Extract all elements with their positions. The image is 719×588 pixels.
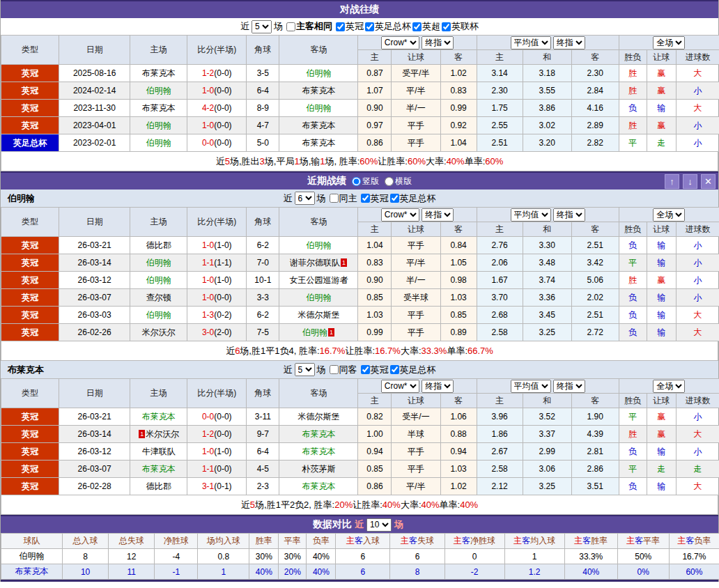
- scroll-up-icon[interactable]: ↑: [665, 174, 679, 189]
- league-checkbox[interactable]: [361, 194, 370, 203]
- odds-final-select[interactable]: 终指: [422, 36, 454, 49]
- league-filter[interactable]: 英冠: [360, 192, 389, 205]
- col-odds-away: 客: [440, 394, 477, 408]
- close-icon[interactable]: ✕: [701, 174, 716, 189]
- halftime-score: (0-2): [214, 310, 231, 320]
- avg-provider-select[interactable]: 平均值: [511, 380, 551, 393]
- avg-away: 3.51: [571, 478, 619, 495]
- away-team-name: 伯明翰: [306, 240, 331, 250]
- away-team: 米德尔斯堡: [279, 408, 358, 426]
- league-filter[interactable]: 英足总杯: [389, 364, 436, 376]
- result-handicap: 赢: [647, 117, 676, 134]
- odds-away: 0.89: [440, 324, 477, 341]
- compare-matches-count-select[interactable]: 10: [366, 518, 392, 532]
- same-away-filter[interactable]: 同客: [328, 364, 357, 376]
- col-corner: 角球: [247, 208, 279, 237]
- col-away: 客场: [279, 36, 358, 65]
- col-home: 主场: [130, 379, 187, 408]
- h2h-matches-count-select[interactable]: 5: [252, 20, 272, 33]
- league-checkbox[interactable]: [361, 365, 370, 374]
- league-checkbox[interactable]: [365, 22, 374, 31]
- summary-segment: 让胜率:: [345, 345, 375, 357]
- summary-segment: 场,平局: [265, 155, 295, 168]
- col-date: 日期: [59, 208, 130, 237]
- league-label: 英冠: [371, 192, 389, 205]
- avg-draw: 3.45: [523, 307, 571, 324]
- suffix: 净胜球: [470, 536, 495, 546]
- scope-select[interactable]: 全场: [653, 208, 685, 222]
- odds-away: 0.94: [440, 443, 477, 461]
- horizontal-radio[interactable]: [385, 177, 394, 186]
- odds-provider-select[interactable]: Crow*: [381, 36, 419, 49]
- win-rate: 30%: [249, 549, 279, 564]
- avg-final-select[interactable]: 终指: [553, 380, 585, 393]
- league-filter[interactable]: 英足总杯: [389, 192, 436, 205]
- score-cell: 1-0(0-0): [187, 117, 247, 134]
- avg-final-select[interactable]: 终指: [553, 208, 585, 222]
- vertical-radio[interactable]: [352, 177, 361, 186]
- odds-home: 0.90: [358, 100, 392, 117]
- league-badge: 英冠: [1, 289, 59, 307]
- odds-provider-select[interactable]: Crow*: [381, 208, 419, 222]
- scope-select[interactable]: 全场: [653, 36, 685, 49]
- league-checkbox[interactable]: [442, 22, 451, 31]
- league-checkbox[interactable]: [412, 22, 422, 31]
- same-venue-filter[interactable]: 主客相同: [285, 20, 332, 33]
- avg-home: 2.67: [477, 443, 523, 461]
- odds-handicap: 平/半: [392, 478, 440, 495]
- layout-vertical-option[interactable]: 竖版: [352, 176, 379, 187]
- corners: 6-2: [247, 307, 279, 324]
- birmingham-matches-count-select[interactable]: 6: [295, 192, 315, 205]
- corners: 4-5: [247, 461, 279, 478]
- odds-final-select[interactable]: 终指: [422, 208, 454, 222]
- league-filter[interactable]: 英足总杯: [364, 20, 411, 33]
- col-goals: 进球数: [676, 50, 719, 65]
- corners: 5-0: [247, 134, 279, 152]
- same-home-filter[interactable]: 同主: [328, 192, 357, 205]
- result-handicap: 输: [647, 100, 676, 117]
- home-char: 主: [454, 536, 462, 546]
- avg-group-header: 平均值 终指: [477, 36, 619, 50]
- league-filter[interactable]: 英冠: [334, 20, 364, 33]
- goal-diff: -4: [155, 549, 198, 564]
- away-team: 伯明翰: [279, 65, 358, 82]
- summary-segment: 40%: [460, 500, 478, 510]
- odds-away: 0.98: [440, 272, 477, 289]
- league-checkbox[interactable]: [390, 194, 399, 203]
- avg-away: 5.06: [571, 272, 619, 289]
- home-team-name: 布莱克本: [142, 68, 176, 78]
- same-home-checkbox[interactable]: [330, 194, 339, 203]
- halftime-score: (0-0): [214, 412, 231, 421]
- avg-away: 2.72: [571, 324, 619, 341]
- fulltime-score: 0-0: [202, 138, 214, 148]
- blackburn-matches-count-select[interactable]: 5: [295, 363, 315, 376]
- league-filter[interactable]: 英联杯: [440, 20, 479, 33]
- avg-provider-select[interactable]: 平均值: [511, 208, 551, 222]
- match-date: 26-02-28: [59, 478, 130, 495]
- league-filter[interactable]: 英冠: [360, 364, 389, 376]
- odds-home: 1.03: [358, 307, 392, 324]
- match-date: 26-03-07: [59, 461, 130, 478]
- odds-provider-select[interactable]: Crow*: [381, 380, 419, 393]
- suffix: 平率: [643, 536, 660, 546]
- layout-horizontal-option[interactable]: 横版: [385, 176, 412, 187]
- avg-away: 2.30: [571, 65, 619, 82]
- odds-final-select[interactable]: 终指: [422, 380, 454, 393]
- summary-segment: 16.7%: [375, 346, 401, 356]
- avg-final-select[interactable]: 终指: [553, 36, 585, 49]
- away-team: 布莱克本: [279, 443, 358, 461]
- same-away-checkbox[interactable]: [330, 365, 339, 374]
- scope-select[interactable]: 全场: [653, 380, 685, 393]
- home-team-name: 德比郡: [146, 240, 171, 250]
- col-avg-home: 主: [477, 50, 523, 65]
- away-char: 客: [635, 536, 643, 546]
- odds-away: 1.03: [440, 461, 477, 478]
- avg-provider-select[interactable]: 平均值: [511, 36, 551, 49]
- league-checkbox[interactable]: [390, 365, 399, 374]
- same-venue-checkbox[interactable]: [286, 22, 295, 31]
- matches-unit-label: 场: [317, 364, 326, 376]
- scroll-down-icon[interactable]: ↓: [683, 174, 697, 189]
- avg-away: 3.42: [571, 254, 619, 272]
- league-checkbox[interactable]: [336, 22, 345, 31]
- league-filter[interactable]: 英超: [411, 20, 440, 33]
